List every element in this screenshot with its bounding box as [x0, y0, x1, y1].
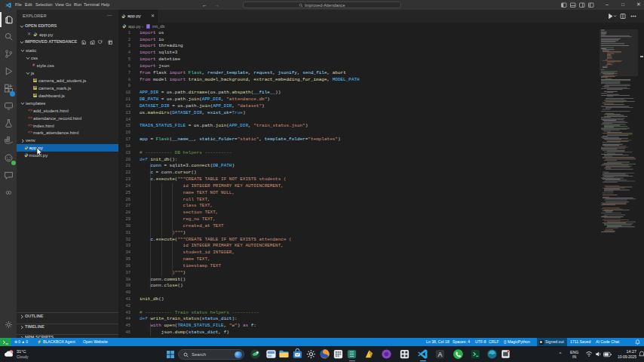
svg-text:A: A [438, 351, 443, 358]
